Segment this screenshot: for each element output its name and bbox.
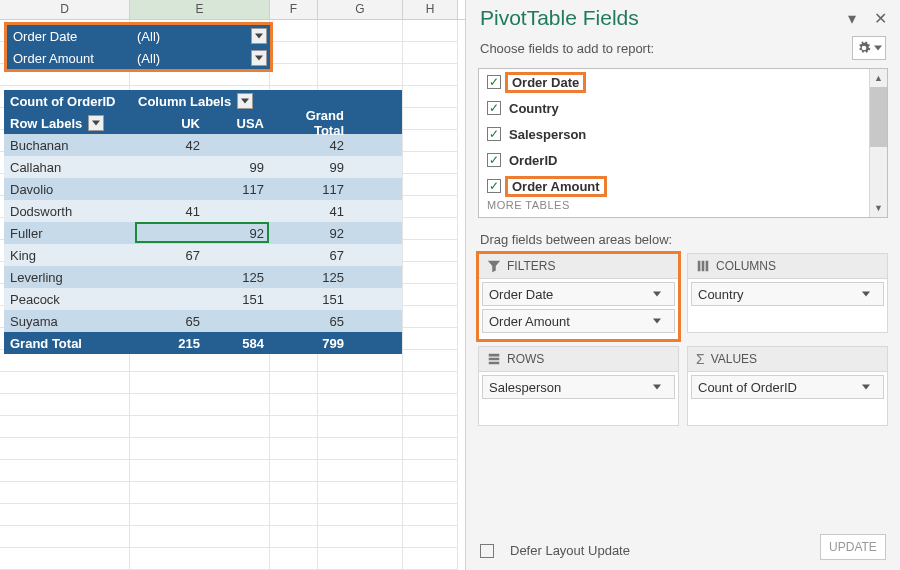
area-field-pill[interactable]: Order Amount (482, 309, 675, 333)
cell-usa: 99 (214, 160, 274, 175)
area-field-pill[interactable]: Country (691, 282, 884, 306)
row-name: Leverling (4, 270, 134, 285)
field-row[interactable]: Order Amount (479, 173, 869, 199)
pivot-table: Count of OrderID Column Labels Row Label… (4, 90, 402, 354)
cell-usa: 125 (214, 270, 274, 285)
dropdown-icon[interactable] (88, 115, 104, 131)
pill-label: Count of OrderID (698, 380, 797, 395)
cell-total: 92 (274, 226, 354, 241)
pivottable-fields-pane: PivotTable Fields ▾ ✕ Choose fields to a… (465, 0, 900, 570)
pivot-row[interactable]: Callahan9999 (4, 156, 402, 178)
update-button[interactable]: UPDATE (820, 534, 886, 560)
filter-value[interactable]: (All) (133, 29, 251, 44)
grand-total-total: 799 (274, 336, 354, 351)
defer-label: Defer Layout Update (510, 543, 630, 558)
dropdown-icon[interactable] (649, 286, 665, 302)
field-row[interactable]: Country (479, 95, 869, 121)
cell-total: 99 (274, 160, 354, 175)
field-checkbox[interactable] (487, 101, 501, 115)
pill-label: Order Amount (489, 314, 570, 329)
chevron-down-icon[interactable]: ▾ (848, 9, 864, 28)
rows-area[interactable]: ROWS Salesperson (478, 346, 683, 432)
pivot-row[interactable]: Buchanan4242 (4, 134, 402, 156)
pivot-row[interactable]: Fuller9292 (4, 222, 402, 244)
col-header[interactable]: H (403, 0, 458, 19)
area-field-pill[interactable]: Order Date (482, 282, 675, 306)
dropdown-icon[interactable] (858, 286, 874, 302)
cell-usa: 92 (214, 226, 274, 241)
col-header[interactable]: G (318, 0, 403, 19)
pivot-row[interactable]: Davolio117117 (4, 178, 402, 200)
dropdown-icon[interactable] (649, 379, 665, 395)
field-row[interactable]: Order Date (479, 69, 869, 95)
field-row[interactable]: OrderID (479, 147, 869, 173)
cell-usa: 151 (214, 292, 274, 307)
gear-button[interactable] (852, 36, 886, 60)
col-header-uk: UK (134, 116, 214, 131)
cell-uk: 42 (134, 138, 214, 153)
columns-icon (696, 259, 710, 273)
field-row[interactable]: Salesperson (479, 121, 869, 147)
area-title: COLUMNS (716, 259, 776, 273)
scroll-up-icon[interactable]: ▲ (870, 69, 887, 87)
columns-area[interactable]: COLUMNS Country (683, 253, 888, 346)
area-field-pill[interactable]: Count of OrderID (691, 375, 884, 399)
row-name: Suyama (4, 314, 134, 329)
pivot-row[interactable]: Suyama6565 (4, 310, 402, 332)
scrollbar[interactable]: ▲ ▼ (869, 69, 887, 217)
col-header[interactable]: F (270, 0, 318, 19)
pivot-row[interactable]: Leverling125125 (4, 266, 402, 288)
field-name: Order Amount (512, 179, 600, 194)
cell-total: 151 (274, 292, 354, 307)
field-checkbox[interactable] (487, 127, 501, 141)
pivot-row[interactable]: Peacock151151 (4, 288, 402, 310)
grand-total-row: Grand Total 215 584 799 (4, 332, 402, 354)
pivot-row[interactable]: King6767 (4, 244, 402, 266)
filter-label: Order Date (7, 29, 133, 44)
col-header[interactable]: D (0, 0, 130, 19)
field-checkbox[interactable] (487, 179, 501, 193)
area-title: VALUES (711, 352, 757, 366)
drag-instruction: Drag fields between areas below: (466, 218, 900, 253)
row-name: Callahan (4, 160, 134, 175)
defer-checkbox[interactable] (480, 544, 494, 558)
pivot-body: Buchanan4242Callahan9999Davolio117117Dod… (4, 134, 402, 332)
field-checkbox[interactable] (487, 153, 501, 167)
area-title: FILTERS (507, 259, 555, 273)
areas-grid: FILTERS Order DateOrder Amount COLUMNS C… (466, 253, 900, 432)
scroll-down-icon[interactable]: ▼ (870, 199, 887, 217)
row-name: Dodsworth (4, 204, 134, 219)
values-area[interactable]: Σ VALUES Count of OrderID (683, 346, 888, 432)
sigma-icon: Σ (696, 351, 705, 367)
field-checkbox[interactable] (487, 75, 501, 89)
pill-label: Order Date (489, 287, 553, 302)
dropdown-icon[interactable] (858, 379, 874, 395)
more-tables[interactable]: MORE TABLES (479, 199, 869, 211)
defer-layout-update[interactable]: Defer Layout Update (480, 543, 630, 558)
grand-total-label: Grand Total (4, 336, 134, 351)
scroll-thumb[interactable] (870, 87, 887, 147)
grand-total-usa: 584 (214, 336, 274, 351)
dropdown-icon[interactable] (237, 93, 253, 109)
col-header[interactable]: E (130, 0, 270, 19)
pivot-filter-block: Order Date (All) Order Amount (All) (4, 22, 273, 72)
cell-total: 67 (274, 248, 354, 263)
field-name: Salesperson (509, 127, 586, 142)
pivot-header-row: Row Labels UK USA Grand Total (4, 112, 402, 134)
spreadsheet-area: D E F G H Order Date (All) Order Amount … (0, 0, 465, 570)
filters-area[interactable]: FILTERS Order DateOrder Amount (478, 253, 683, 346)
dropdown-icon[interactable] (251, 50, 267, 66)
cell-total: 65 (274, 314, 354, 329)
pill-label: Country (698, 287, 744, 302)
pivot-row[interactable]: Dodsworth4141 (4, 200, 402, 222)
dropdown-icon[interactable] (649, 313, 665, 329)
rows-icon (487, 352, 501, 366)
area-field-pill[interactable]: Salesperson (482, 375, 675, 399)
close-icon[interactable]: ✕ (874, 9, 890, 28)
cell-uk: 65 (134, 314, 214, 329)
dropdown-icon[interactable] (251, 28, 267, 44)
filter-icon (487, 259, 501, 273)
column-headers: D E F G H (0, 0, 465, 20)
column-labels-title: Column Labels (138, 94, 231, 109)
filter-value[interactable]: (All) (133, 51, 251, 66)
